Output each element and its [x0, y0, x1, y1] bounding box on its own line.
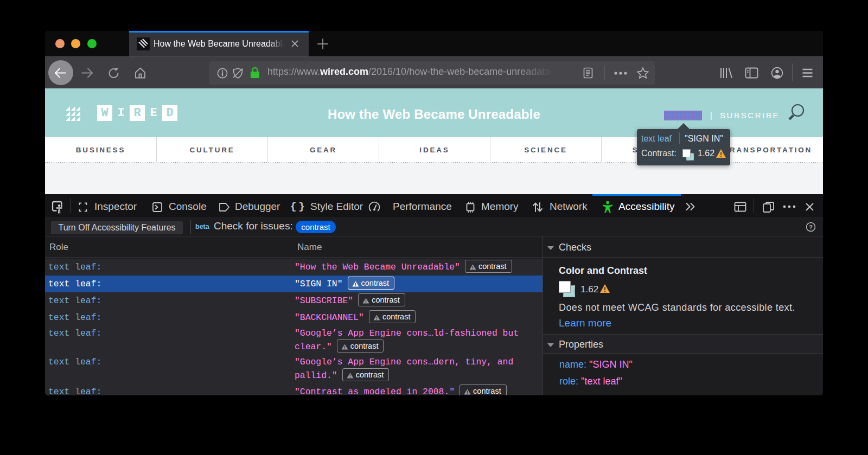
svg-text:?: ?: [809, 224, 813, 230]
